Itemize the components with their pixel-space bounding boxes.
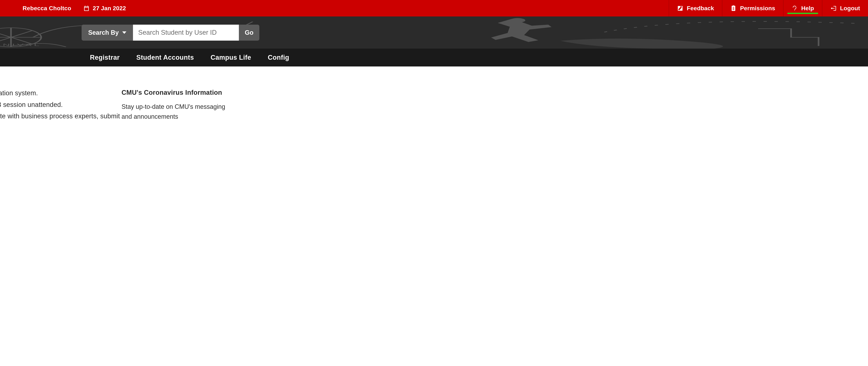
welcome-line: S3 session unattended.: [0, 99, 120, 110]
announcement-text: Stay up-to-date on CMU's messaging and a…: [122, 102, 229, 122]
svg-point-0: [0, 28, 41, 47]
current-user-name: Rebecca Choltco: [23, 5, 71, 12]
announcements-panel: CMU's Coronavirus Information Stay up-to…: [122, 87, 229, 122]
logout-label: Logout: [840, 5, 860, 12]
feedback-button[interactable]: Feedback: [669, 0, 722, 16]
edit-icon: [677, 5, 683, 11]
permissions-button[interactable]: Permissions: [722, 0, 783, 16]
search-go-button[interactable]: Go: [239, 25, 259, 41]
current-date-text: 27 Jan 2022: [93, 5, 126, 12]
tab-config[interactable]: Config: [259, 54, 298, 61]
banner: NIVAL Search By Go: [0, 16, 868, 48]
svg-line-4: [0, 30, 33, 44]
calendar-icon: [83, 5, 90, 11]
feedback-label: Feedback: [687, 5, 714, 12]
search-by-dropdown[interactable]: Search By: [82, 25, 133, 41]
question-icon: [792, 5, 798, 11]
topbar-spacer: [126, 0, 669, 16]
topbar-left: Rebecca Choltco 27 Jan 2022: [0, 0, 126, 16]
help-label: Help: [801, 5, 814, 12]
top-utility-bar: Rebecca Choltco 27 Jan 2022 Feedback Per…: [0, 0, 868, 16]
logout-icon: [830, 5, 837, 11]
welcome-line: mation system.: [0, 87, 120, 99]
clipboard-icon: [730, 5, 737, 11]
announcement-heading: CMU's Coronavirus Information: [122, 87, 229, 98]
tab-student-accounts[interactable]: Student Accounts: [128, 54, 202, 61]
svg-line-3: [0, 30, 33, 44]
tab-registrar[interactable]: Registrar: [82, 54, 128, 61]
logout-button[interactable]: Logout: [822, 0, 868, 16]
current-date: 27 Jan 2022: [83, 5, 126, 12]
page-body: mation system. S3 session unattended. ca…: [0, 66, 868, 366]
svg-text:NIVAL: NIVAL: [3, 43, 42, 47]
welcome-text-fragment: mation system. S3 session unattended. ca…: [0, 87, 120, 122]
welcome-line: cate with business process experts, subm…: [0, 110, 120, 122]
caret-down-icon: [122, 31, 126, 34]
primary-nav: Registrar Student Accounts Campus Life C…: [0, 48, 868, 66]
help-button[interactable]: Help: [783, 0, 822, 16]
search-by-label: Search By: [88, 29, 119, 36]
tab-campus-life[interactable]: Campus Life: [202, 54, 259, 61]
permissions-label: Permissions: [740, 5, 775, 12]
student-search: Search By Go: [82, 25, 259, 41]
search-input[interactable]: [133, 25, 239, 41]
